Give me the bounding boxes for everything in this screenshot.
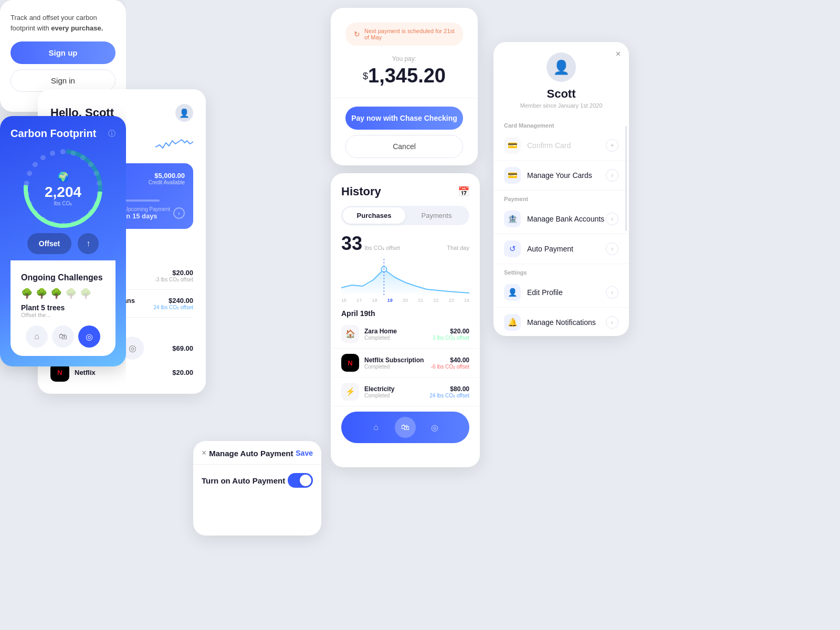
challenges-nav-bag[interactable]: 🛍: [52, 326, 74, 348]
profile-since: Member since January 1st 2020: [520, 102, 603, 109]
cancel-button[interactable]: Cancel: [345, 135, 463, 158]
x-label-20: 20: [403, 298, 408, 303]
manage-bank-label: Manage Bank Accounts: [527, 215, 606, 223]
x-label-17: 17: [356, 298, 362, 303]
upcoming-circle-icon[interactable]: ›: [173, 207, 185, 219]
confirm-card-icon: 💳: [504, 137, 521, 154]
x-label-16: 16: [341, 298, 346, 303]
edit-profile-arrow: ›: [606, 286, 618, 299]
history-x-axis: 16 17 18 19 20 21 22 23 24: [331, 296, 480, 303]
electricity-offset: 24 lbs CO₂ offset: [429, 393, 469, 398]
autopay-title: Manage Auto Payment: [209, 449, 293, 458]
profile-avatar: 👤: [547, 52, 576, 82]
stat-num: 33: [341, 233, 362, 254]
credit-label: Credit Available: [149, 180, 185, 185]
edit-profile-icon: 👤: [504, 284, 521, 301]
payment-amount: $1,345.20: [345, 65, 463, 87]
history-bottom-nav: ⌂ 🛍 ◎: [341, 412, 469, 443]
auto-payment-item[interactable]: ↺ Auto Payment ›: [494, 234, 629, 264]
payment-divider: [331, 98, 478, 98]
challenges-nav-home[interactable]: ⌂: [26, 326, 48, 348]
payment-amount-value: 1,345.20: [368, 65, 446, 87]
profile-card: × 👤 Scott Member since January 1st 2020 …: [494, 42, 629, 336]
share-button[interactable]: ↑: [78, 233, 99, 254]
card-management-label: Card Management: [494, 117, 629, 131]
history-header: History 📅: [331, 173, 480, 198]
signup-bold: every purchase.: [51, 24, 103, 32]
manage-bank-arrow: ›: [606, 213, 618, 225]
you-pay-label: You pay:: [345, 55, 463, 62]
history-chart: [341, 259, 469, 296]
x-label-23: 23: [449, 298, 454, 303]
pay-now-button[interactable]: Pay now with Chase Checking: [345, 107, 463, 130]
manage-cards-item[interactable]: 💳 Manage Your Cards ›: [494, 161, 629, 191]
tree-4: 🌳: [65, 288, 77, 299]
scrollbar[interactable]: [625, 126, 627, 231]
tx1-amount: $20.00: [155, 269, 193, 277]
manage-bank-item[interactable]: 🏦 Manage Bank Accounts ›: [494, 204, 629, 234]
carbon-title: Carbon Footprint: [10, 128, 96, 140]
electricity-icon: ⚡: [341, 383, 359, 401]
auto-payment-label: Auto Payment: [527, 245, 606, 253]
signup-text: Track and offset your carbon footprint w…: [10, 13, 116, 33]
calendar-icon[interactable]: 📅: [458, 186, 469, 197]
tx1-offset: -3 lbs CO₂ offset: [155, 277, 193, 282]
history-nav-home[interactable]: ⌂: [365, 417, 386, 438]
netflix-name-dash: Netflix: [75, 369, 172, 376]
edit-profile-item[interactable]: 👤 Edit Profile ›: [494, 278, 629, 308]
sparkline-chart: [155, 135, 193, 155]
payment-banner: ↻ Next payment is scheduled for 21st of …: [345, 23, 463, 46]
carbon-card: Track and offset your carbon footprint w…: [0, 0, 126, 420]
close-button[interactable]: ×: [616, 49, 621, 59]
that-day-label: That day: [447, 245, 469, 251]
manage-cards-arrow: ›: [606, 169, 618, 182]
netflix-icon: N: [341, 354, 359, 372]
history-tx-zara[interactable]: 🏠 Zara Home Completed $20.00 3 lbs CO₂ o…: [331, 320, 480, 349]
signup-button[interactable]: Sign up: [10, 41, 116, 64]
autopay-toggle[interactable]: [288, 473, 313, 488]
manage-cards-label: Manage Your Cards: [527, 171, 606, 180]
history-stats: 33 lbs CO₂ offset That day: [331, 225, 480, 255]
refresh-icon: ↻: [354, 30, 360, 38]
history-nav-bag[interactable]: 🛍: [395, 417, 416, 438]
notifications-arrow: ›: [606, 316, 618, 329]
tree-1: 🌳: [21, 288, 33, 299]
payment-banner-text: Next payment is scheduled for 21st of Ma…: [364, 28, 455, 40]
globe-icon: 🌍: [45, 171, 81, 183]
challenges-nav-compass[interactable]: ◎: [78, 326, 100, 348]
confirm-card-label: Confirm Card: [527, 141, 606, 150]
zara-name: Zara Home: [364, 328, 433, 335]
tree-5: 🌳: [80, 288, 91, 299]
history-date-section-1: April 19th: [331, 303, 480, 320]
autopay-save-button[interactable]: Save: [296, 449, 313, 457]
electricity-name: Electricity: [364, 385, 429, 393]
info-icon[interactable]: ⓘ: [108, 129, 116, 139]
history-tx-electricity[interactable]: ⚡ Electricity Completed $80.00 24 lbs CO…: [331, 377, 480, 406]
auto-payment-arrow: ›: [606, 243, 618, 255]
autopay-toggle-label: Turn on Auto Payment: [202, 476, 285, 485]
autopay-body: Turn on Auto Payment: [193, 465, 321, 496]
edit-profile-label: Edit Profile: [527, 288, 606, 297]
offset-button[interactable]: Offset: [27, 233, 71, 254]
tab-payments[interactable]: Payments: [405, 207, 468, 224]
confirm-card-item[interactable]: 💳 Confirm Card +: [494, 131, 629, 161]
signin-button[interactable]: Sign in: [10, 69, 116, 92]
tx2-offset: 24 lbs CO₂ offset: [153, 304, 193, 310]
tree-3: 🌳: [50, 288, 62, 299]
manage-notifications-item[interactable]: 🔔 Manage Notifications ›: [494, 308, 629, 336]
gauge-number: 2,204: [45, 184, 81, 201]
avatar[interactable]: 👤: [175, 104, 193, 122]
x-label-18: 18: [372, 298, 377, 303]
history-nav-compass[interactable]: ◎: [424, 417, 445, 438]
autopay-close-button[interactable]: ×: [202, 448, 206, 458]
autopay-card: × Manage Auto Payment Save Turn on Auto …: [193, 441, 321, 536]
zara-icon: 🏠: [341, 325, 359, 343]
history-tx-netflix[interactable]: N Netflix Subscription Completed $40.00 …: [331, 349, 480, 377]
zara-amount: $20.00: [433, 328, 469, 335]
tree-icons: 🌳 🌳 🌳 🌳 🌳: [21, 288, 105, 299]
gauge-container: 🌍 2,204 lbs CO₂: [24, 149, 102, 228]
currency-sup: $: [363, 71, 368, 81]
challenges-title: Ongoing Challenges: [21, 273, 105, 282]
tab-purchases[interactable]: Purchases: [343, 207, 405, 224]
tx2-amount: $240.00: [153, 297, 193, 304]
